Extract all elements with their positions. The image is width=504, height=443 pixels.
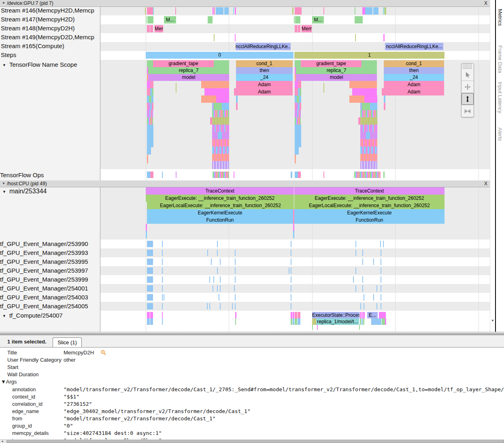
trace-event[interactable]: [293, 318, 294, 325]
trace-event[interactable]: [373, 259, 374, 265]
trace-event[interactable]: [222, 132, 229, 139]
close-icon[interactable]: X: [484, 181, 487, 187]
scroll-left-icon[interactable]: ◄: [1, 440, 4, 443]
trace-event[interactable]: [298, 25, 300, 32]
trace-event[interactable]: replica_7: [148, 67, 229, 74]
trace-event[interactable]: [360, 312, 361, 318]
trace-event[interactable]: [291, 312, 292, 318]
trace-event[interactable]: [312, 325, 313, 330]
trace-event[interactable]: FunctionRun: [294, 216, 444, 224]
trace-event[interactable]: [235, 34, 236, 41]
trace-event[interactable]: [317, 325, 318, 330]
trace-event[interactable]: [362, 60, 377, 67]
trace-event[interactable]: [218, 132, 222, 139]
trace-event[interactable]: [214, 7, 215, 15]
trace-event[interactable]: [208, 16, 213, 23]
horizontal-scrollbar[interactable]: ◄: [0, 439, 504, 443]
trace-event[interactable]: [162, 259, 163, 265]
trace-event[interactable]: [295, 125, 301, 147]
trace-event[interactable]: _24: [236, 74, 293, 81]
trace-event[interactable]: [162, 267, 163, 274]
trace-event[interactable]: [220, 259, 221, 265]
trace-event[interactable]: [376, 285, 377, 292]
trace-event[interactable]: _24: [384, 74, 444, 81]
trace-event[interactable]: [217, 250, 218, 256]
trace-event[interactable]: [349, 95, 364, 103]
trace-event[interactable]: [235, 303, 236, 309]
trace-event[interactable]: [295, 117, 301, 125]
trace-event[interactable]: [207, 303, 208, 309]
side-tab-alerts[interactable]: Alerts: [497, 127, 503, 141]
collapse-arrow-icon[interactable]: ▼: [2, 314, 6, 318]
trace-event[interactable]: [289, 267, 289, 274]
trace-event[interactable]: [381, 303, 381, 309]
trace-event[interactable]: [293, 231, 294, 238]
trace-event[interactable]: [147, 250, 153, 256]
trace-event[interactable]: [176, 172, 177, 178]
trace-event[interactable]: [232, 303, 233, 309]
trace-event[interactable]: [352, 88, 377, 95]
trace-event[interactable]: [211, 259, 212, 265]
trace-event[interactable]: [362, 276, 363, 283]
args-section-label[interactable]: ▼Args: [1, 379, 17, 385]
trace-event[interactable]: EagerLocalExecute: __inference_train_fun…: [294, 202, 444, 209]
trace-event[interactable]: [147, 81, 150, 88]
trace-event[interactable]: EagerExecute: __inference_train_function…: [146, 195, 294, 202]
trace-event[interactable]: [212, 154, 229, 161]
trace-event[interactable]: [150, 172, 153, 178]
trace-event[interactable]: Adam: [236, 81, 293, 88]
trace-event[interactable]: [299, 95, 301, 103]
trace-event[interactable]: [295, 312, 297, 318]
trace-event[interactable]: [214, 103, 222, 110]
row-label[interactable]: ▼main/253344: [2, 188, 47, 195]
trace-event[interactable]: [291, 250, 291, 256]
trace-event[interactable]: [234, 172, 234, 178]
trace-event[interactable]: [364, 95, 377, 103]
trace-event[interactable]: [147, 294, 153, 301]
scroll-down-icon[interactable]: ▼: [491, 319, 494, 322]
trace-event[interactable]: [162, 294, 163, 301]
trace-event[interactable]: [147, 303, 153, 309]
trace-event[interactable]: [298, 172, 301, 178]
trace-event[interactable]: [219, 294, 219, 301]
trace-event[interactable]: 0: [146, 52, 293, 59]
close-icon[interactable]: X: [484, 0, 487, 6]
trace-event[interactable]: [147, 7, 153, 15]
trace-event[interactable]: [147, 147, 151, 155]
trace-event[interactable]: [370, 103, 377, 110]
trace-event[interactable]: [360, 110, 377, 117]
trace-event[interactable]: [291, 303, 291, 309]
trace-event[interactable]: [295, 318, 297, 325]
trace-event[interactable]: [147, 267, 153, 274]
trace-event[interactable]: [381, 259, 381, 265]
trace-event[interactable]: [298, 312, 300, 318]
trace-event[interactable]: [293, 209, 294, 224]
trace-event[interactable]: [150, 25, 153, 32]
trace-event[interactable]: [212, 117, 229, 125]
trace-event[interactable]: [376, 303, 377, 309]
trace-event[interactable]: [360, 139, 377, 146]
select-tool[interactable]: [461, 69, 474, 81]
trace-event[interactable]: [383, 7, 384, 15]
trace-event[interactable]: [147, 88, 150, 95]
trace-event[interactable]: [147, 125, 153, 147]
trace-event[interactable]: [220, 285, 221, 292]
trace-event[interactable]: [147, 241, 153, 247]
trace-event[interactable]: [294, 16, 295, 23]
trace-event[interactable]: [162, 312, 163, 318]
trace-event[interactable]: Adam: [384, 88, 444, 95]
trace-event[interactable]: [162, 303, 163, 309]
trace-event[interactable]: [373, 7, 379, 15]
trace-event[interactable]: [359, 325, 360, 330]
trace-event[interactable]: [312, 318, 316, 325]
trace-event[interactable]: [291, 276, 291, 283]
trace-event[interactable]: [373, 294, 374, 301]
trace-event[interactable]: [216, 7, 223, 15]
trace-event[interactable]: [212, 139, 229, 146]
trace-event[interactable]: [213, 285, 213, 292]
trace-event[interactable]: [162, 285, 163, 292]
trace-event[interactable]: [360, 161, 377, 169]
trace-event[interactable]: [147, 110, 153, 117]
trace-event[interactable]: [382, 318, 385, 325]
side-tab-input-latency[interactable]: Input Latency: [497, 82, 503, 113]
